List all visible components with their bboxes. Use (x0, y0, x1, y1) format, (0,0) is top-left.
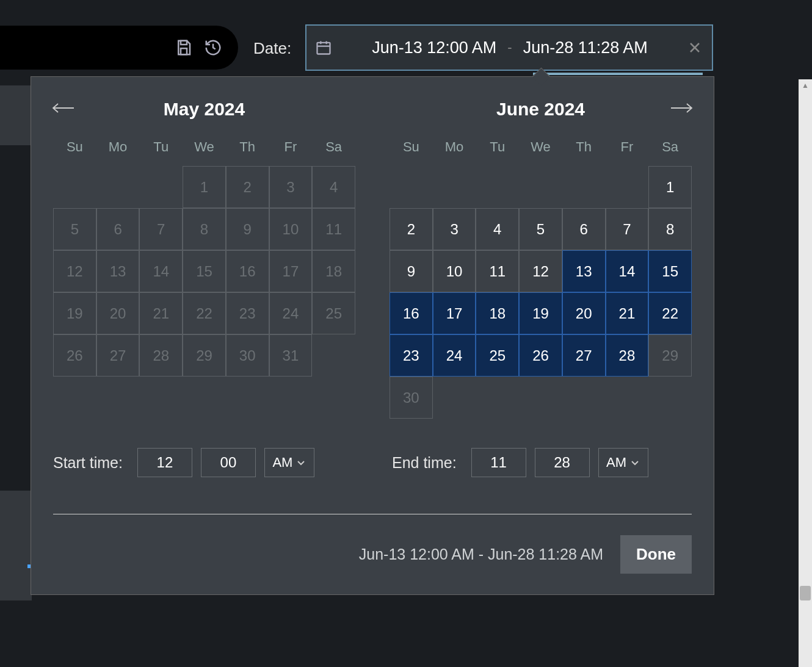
end-time-group: End time: AM (392, 448, 692, 477)
end-ampm-select[interactable]: AM (598, 448, 648, 477)
end-ampm-value: AM (606, 455, 626, 471)
svg-rect-2 (317, 43, 330, 54)
day-cell: 8 (183, 208, 226, 250)
month-left-title: May 2024 (164, 99, 245, 120)
day-cell: 19 (53, 292, 96, 334)
day-cell[interactable]: 18 (476, 292, 519, 334)
weekday-header: Th (226, 134, 269, 160)
day-cell[interactable]: 7 (606, 208, 649, 250)
day-cell[interactable]: 28 (606, 334, 649, 377)
history-icon[interactable] (203, 37, 223, 58)
weekday-header: Su (390, 134, 433, 160)
day-cell: 30 (390, 377, 433, 419)
next-month-button[interactable] (669, 99, 695, 117)
bg-panel-strip-lower (0, 491, 32, 600)
day-empty (139, 166, 183, 208)
day-cell[interactable]: 5 (519, 208, 562, 250)
day-cell: 15 (183, 250, 226, 292)
day-cell: 29 (648, 334, 692, 377)
scroll-thumb[interactable] (800, 586, 811, 600)
end-hour-input[interactable] (471, 448, 526, 477)
weekday-header: We (519, 134, 562, 160)
day-cell[interactable]: 26 (519, 334, 562, 377)
month-right-title: June 2024 (496, 99, 585, 120)
weekday-header: Sa (648, 134, 692, 160)
day-empty (562, 166, 606, 208)
chevron-down-icon (296, 458, 306, 467)
day-empty (519, 166, 562, 208)
day-cell[interactable]: 3 (433, 208, 476, 250)
day-cell: 23 (226, 292, 269, 334)
day-cell[interactable]: 12 (519, 250, 562, 292)
day-cell: 29 (183, 334, 226, 377)
day-empty (390, 166, 433, 208)
day-empty (433, 166, 476, 208)
day-cell[interactable]: 20 (562, 292, 606, 334)
day-cell[interactable]: 23 (390, 334, 433, 377)
day-cell[interactable]: 17 (433, 292, 476, 334)
day-cell: 1 (183, 166, 226, 208)
done-button[interactable]: Done (620, 535, 692, 574)
scroll-up-arrow[interactable]: ▲ (799, 79, 812, 92)
save-icon[interactable] (173, 37, 194, 58)
day-cell[interactable]: 8 (648, 208, 692, 250)
day-cell[interactable]: 15 (648, 250, 692, 292)
clear-date-button[interactable] (686, 39, 703, 56)
month-right: June 2024 SuMoTuWeThFrSa 123456789101112… (390, 96, 692, 419)
day-cell[interactable]: 11 (476, 250, 519, 292)
range-end-value[interactable]: Jun-28 11:28 AM (521, 35, 650, 61)
range-dash: - (507, 40, 512, 56)
day-cell[interactable]: 27 (562, 334, 606, 377)
day-cell[interactable]: 2 (390, 208, 433, 250)
day-cell: 24 (269, 292, 313, 334)
range-start-value[interactable]: Jun-13 12:00 AM (369, 35, 499, 61)
day-empty (53, 166, 96, 208)
day-cell: 3 (269, 166, 313, 208)
day-cell[interactable]: 13 (562, 250, 606, 292)
end-time-label: End time: (392, 454, 457, 472)
active-underline (533, 73, 703, 75)
weekday-header: Tu (476, 134, 519, 160)
prev-month-button[interactable] (49, 99, 76, 117)
end-minute-input[interactable] (535, 448, 590, 477)
day-cell: 5 (53, 208, 96, 250)
start-hour-input[interactable] (137, 448, 192, 477)
day-cell[interactable]: 25 (476, 334, 519, 377)
day-cell[interactable]: 14 (606, 250, 649, 292)
day-cell: 4 (312, 166, 355, 208)
day-cell[interactable]: 24 (433, 334, 476, 377)
start-ampm-value: AM (272, 455, 292, 471)
day-cell[interactable]: 9 (390, 250, 433, 292)
day-empty (96, 166, 140, 208)
weekday-header: Tu (139, 134, 183, 160)
calendar-icon (315, 38, 333, 57)
day-cell[interactable]: 22 (648, 292, 692, 334)
day-empty (606, 166, 649, 208)
day-cell: 9 (226, 208, 269, 250)
day-cell: 17 (269, 250, 313, 292)
day-cell[interactable]: 4 (476, 208, 519, 250)
start-minute-input[interactable] (201, 448, 256, 477)
day-cell: 25 (312, 292, 355, 334)
day-cell: 30 (226, 334, 269, 377)
day-cell[interactable]: 16 (390, 292, 433, 334)
date-range-values: Jun-13 12:00 AM - Jun-28 11:28 AM (341, 35, 679, 61)
weekday-header: Th (562, 134, 606, 160)
svg-rect-1 (181, 48, 187, 54)
weekday-header: Sa (312, 134, 355, 160)
date-range-field[interactable]: Jun-13 12:00 AM - Jun-28 11:28 AM (305, 24, 713, 71)
day-cell[interactable]: 10 (433, 250, 476, 292)
day-cell[interactable]: 21 (606, 292, 649, 334)
vertical-scrollbar[interactable]: ▲ (799, 79, 812, 667)
day-cell: 28 (139, 334, 183, 377)
day-cell: 11 (312, 208, 355, 250)
start-time-group: Start time: AM (53, 448, 353, 477)
day-cell: 10 (269, 208, 313, 250)
start-ampm-select[interactable]: AM (264, 448, 314, 477)
day-cell: 14 (139, 250, 183, 292)
day-cell: 7 (139, 208, 183, 250)
toolbar-pill (0, 26, 238, 70)
day-cell[interactable]: 1 (648, 166, 692, 208)
day-cell[interactable]: 19 (519, 292, 562, 334)
day-cell[interactable]: 6 (562, 208, 606, 250)
